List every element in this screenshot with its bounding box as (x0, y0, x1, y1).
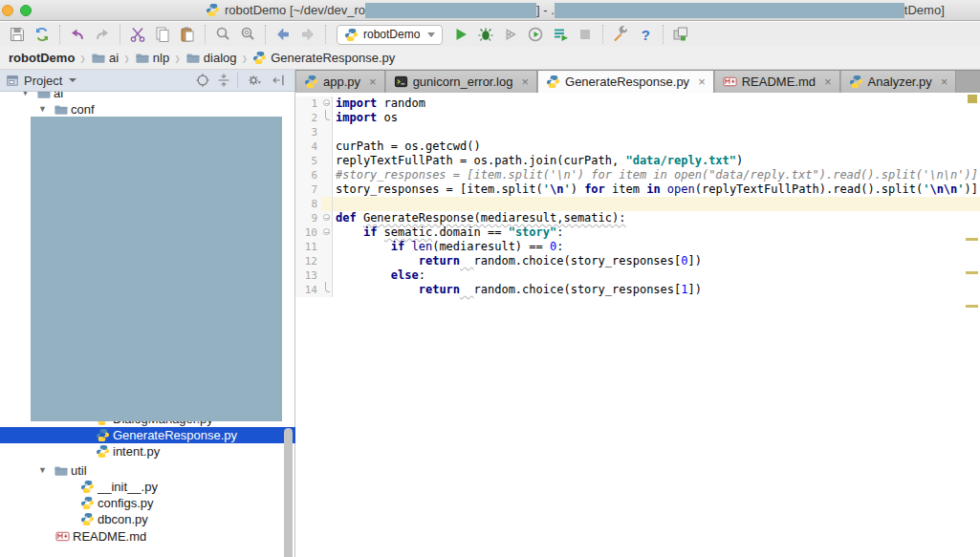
settings-gear-icon[interactable] (241, 71, 268, 90)
fold-gutter[interactable] (321, 139, 333, 154)
settings-icon[interactable] (608, 24, 633, 45)
code-line-6[interactable]: 6#story_responses = [item.split('\n') fo… (295, 168, 980, 182)
python-icon (344, 28, 359, 42)
hide-panel-icon[interactable] (268, 71, 289, 90)
breadcrumb-item-generateresponse-py[interactable]: GenerateResponse.py (252, 51, 395, 65)
chevron-expanded-icon[interactable]: ▼ (38, 104, 47, 114)
line-number: 3 (295, 125, 321, 139)
tree-item-label: dbcon.py (98, 512, 148, 526)
breadcrumb-item-nlp[interactable]: nlp (135, 51, 169, 65)
collapse-all-icon[interactable] (213, 71, 234, 90)
forward-icon[interactable] (295, 24, 320, 45)
find-usages-icon[interactable] (235, 24, 260, 45)
warning-stripe-mark[interactable] (966, 271, 978, 274)
code-line-13[interactable]: 13 else: (295, 268, 980, 283)
code-line-7[interactable]: 7story_responses = [item.split('\n') for… (295, 182, 980, 197)
fold-gutter[interactable] (321, 283, 333, 297)
code-text: #story_responses = [item.split('\n') for… (333, 168, 980, 182)
breadcrumb-item-ai[interactable]: ai (91, 51, 119, 65)
breadcrumb-item-robotdemo[interactable]: robotDemo (9, 51, 75, 65)
project-panel-title[interactable]: Project (24, 74, 62, 88)
stop-icon[interactable] (573, 24, 598, 45)
code-line-11[interactable]: 11 if len(mediaresult) == 0: (295, 240, 980, 254)
editor-tab-bar: app.py×gunicorn_error.log×GenerateRespon… (295, 70, 980, 93)
fold-gutter[interactable] (321, 225, 333, 240)
fold-gutter[interactable] (321, 268, 333, 283)
warning-stripe-mark[interactable] (966, 305, 978, 308)
project-scrollbar[interactable] (284, 428, 293, 557)
code-line-1[interactable]: 1import random (295, 96, 980, 111)
tab-readme-md[interactable]: README.md× (715, 71, 840, 93)
find-icon[interactable] (210, 24, 235, 45)
code-line-5[interactable]: 5replyTextFullPath = os.path.join(curPat… (295, 154, 980, 168)
fold-gutter[interactable] (321, 254, 333, 268)
close-icon[interactable]: × (941, 75, 948, 88)
help-icon[interactable]: ? (633, 24, 658, 45)
tab-gunicorn-error-log[interactable]: gunicorn_error.log× (386, 71, 537, 93)
tree-item-readme-md[interactable]: README.md (0, 528, 295, 545)
debug-icon[interactable] (473, 24, 498, 45)
close-icon[interactable]: × (521, 75, 529, 88)
code-line-14[interactable]: 14 return random.choice(story_responses[… (295, 283, 980, 297)
run-config-selector[interactable]: robotDemo (337, 25, 443, 45)
code-line-2[interactable]: 2import os (295, 111, 980, 125)
copy-icon[interactable] (150, 24, 175, 45)
tree-item--init-py[interactable]: __init__.py (0, 479, 295, 495)
code-editor[interactable]: 1import random2import os34curPath = os.g… (295, 93, 980, 557)
code-line-10[interactable]: 10 if sematic.domain == "story": (295, 225, 980, 240)
close-icon[interactable]: × (369, 75, 377, 88)
fold-gutter[interactable] (321, 111, 333, 125)
fold-gutter[interactable] (321, 154, 333, 168)
profile-icon[interactable] (523, 24, 548, 45)
fold-start-icon[interactable] (323, 214, 330, 221)
tree-item-generateresponse-py[interactable]: GenerateResponse.py (0, 427, 295, 443)
tab-generateresponse-py[interactable]: GenerateResponse.py× (538, 71, 714, 93)
back-icon[interactable] (271, 24, 295, 45)
tree-item-util[interactable]: ▼util (0, 462, 295, 479)
undo-icon[interactable] (65, 24, 90, 45)
cut-icon[interactable] (125, 24, 150, 45)
tree-item-conf[interactable]: ▼conf (0, 101, 295, 118)
code-line-3[interactable]: 3 (295, 125, 980, 139)
warning-stripe-mark[interactable] (966, 238, 978, 241)
fold-gutter[interactable] (321, 240, 333, 254)
tab-app-py[interactable]: app.py× (296, 71, 385, 93)
breadcrumb-label: nlp (153, 51, 169, 65)
tab-analyzer-py[interactable]: Analyzer.py× (841, 71, 957, 93)
code-line-4[interactable]: 4curPath = os.getcwd() (295, 139, 980, 154)
tree-item-intent-py[interactable]: intent.py (0, 443, 295, 460)
fold-end-icon[interactable] (325, 110, 330, 120)
close-icon[interactable]: × (698, 75, 706, 88)
paste-icon[interactable] (175, 24, 200, 45)
locate-icon[interactable] (192, 71, 213, 90)
sync-icon[interactable] (30, 24, 54, 45)
maximize-button[interactable] (20, 5, 32, 16)
code-text: curPath = os.getcwd() (333, 139, 980, 154)
fold-gutter[interactable] (321, 168, 333, 182)
restore-layout-icon[interactable] (668, 24, 693, 45)
minimize-button[interactable] (2, 5, 13, 16)
save-icon[interactable] (5, 24, 30, 45)
run-icon[interactable] (448, 24, 473, 45)
coverage-icon[interactable] (498, 24, 523, 45)
chevron-expanded-icon[interactable]: ▼ (38, 465, 47, 475)
fold-gutter[interactable] (321, 96, 333, 111)
fold-gutter[interactable] (321, 211, 333, 225)
tree-item-configs-py[interactable]: configs.py (0, 495, 295, 511)
redo-icon[interactable] (90, 24, 115, 45)
fold-end-icon[interactable] (325, 282, 330, 292)
fold-gutter[interactable] (321, 125, 333, 139)
toolbar-separator (205, 25, 206, 44)
fold-gutter[interactable] (321, 197, 333, 211)
code-line-8[interactable]: 8 (295, 197, 980, 211)
close-icon[interactable]: × (824, 75, 832, 88)
fold-start-icon[interactable] (323, 228, 330, 235)
running-list-icon[interactable] (548, 24, 573, 45)
breadcrumb-item-dialog[interactable]: dialog (185, 51, 237, 65)
code-line-12[interactable]: 12 return random.choice(story_responses[… (295, 254, 980, 268)
tree-item-dbcon-py[interactable]: dbcon.py (0, 511, 295, 527)
fold-start-icon[interactable] (323, 99, 330, 106)
toolbar-separator (59, 25, 60, 44)
fold-gutter[interactable] (321, 182, 333, 197)
code-line-9[interactable]: 9def GenerateResponse(mediaresult,semati… (295, 211, 980, 225)
